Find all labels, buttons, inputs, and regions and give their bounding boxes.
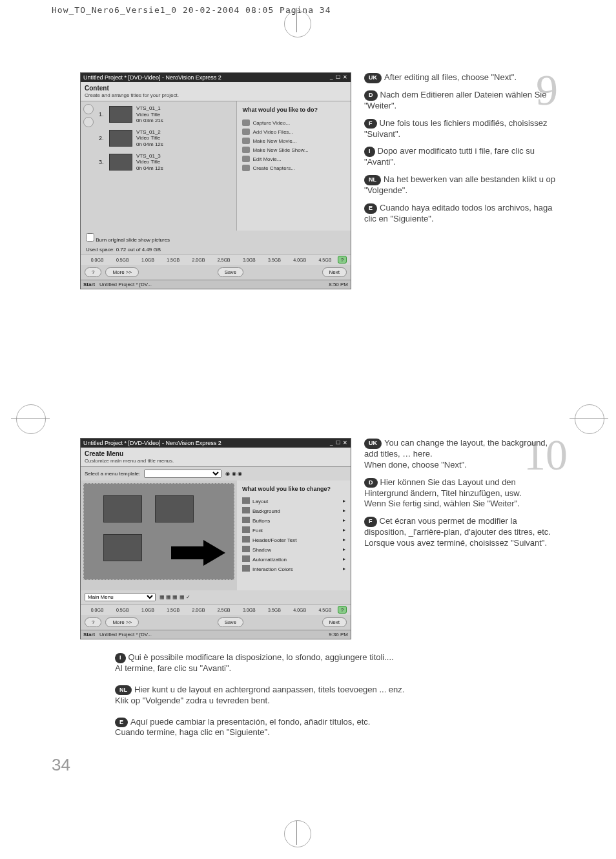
clip-row[interactable]: 2. VTS_01_2Video Title0h 04m 12s: [99, 129, 232, 148]
crop-mark-bottom: [284, 820, 310, 846]
step9-text-uk: After editing all files, choose "Next".: [384, 72, 517, 82]
burn-original-checkbox[interactable]: [86, 233, 94, 242]
clip-thumb: [109, 154, 132, 171]
help-icon[interactable]: ?: [338, 606, 347, 614]
change-options-pane: What would you like to change? Layout Ba…: [237, 481, 351, 590]
window-title: Untitled Project * [DVD-Video] - NeroVis…: [83, 74, 221, 81]
help-button[interactable]: ?: [85, 617, 101, 627]
menu-thumb: [155, 495, 194, 523]
option-shadow[interactable]: Shadow: [242, 544, 345, 554]
option-header-footer[interactable]: Header/Footer Text: [242, 535, 345, 544]
step9-text-e: Cuando haya editado todos los archivos, …: [364, 203, 552, 223]
arrow-annotation-head: [203, 540, 225, 566]
action-capture-video[interactable]: Capture Video...: [242, 118, 345, 127]
start-button[interactable]: Start: [83, 632, 95, 637]
window-titlebar: Untitled Project * [DVD-Video] - NeroVis…: [81, 73, 351, 82]
taskbar-app[interactable]: Untitled Project * [DV...: [99, 282, 152, 287]
lang-pill-f: F: [364, 119, 377, 129]
lang-pill-uk: UK: [364, 73, 382, 83]
next-button[interactable]: Next: [322, 267, 347, 277]
lang-pill-uk: UK: [364, 439, 382, 449]
clip-type: Video Title: [136, 159, 160, 165]
options-header: What would you like to change?: [242, 486, 345, 492]
menu-thumb: [103, 534, 142, 561]
actions-header: What would you like to do?: [242, 107, 345, 113]
clip-type: Video Title: [136, 112, 160, 118]
step10-text-e-a: Aquí puede cambiar la presentación, el f…: [130, 717, 370, 727]
window-controls[interactable]: _ ☐ ✕: [330, 74, 348, 81]
crop-mark-top: [284, 12, 310, 37]
start-button[interactable]: Start: [83, 282, 95, 287]
clip-name: VTS_01_2: [136, 129, 161, 135]
crop-mark-left: [16, 404, 45, 433]
actions-pane: What would you like to do? Capture Video…: [237, 101, 351, 231]
arrow-annotation: [171, 546, 207, 559]
clip-index: 3.: [99, 159, 105, 165]
action-edit-movie[interactable]: Edit Movie...: [242, 154, 345, 163]
clip-row[interactable]: 1. VTS_01_1Video Title0h 03m 21s: [99, 105, 232, 124]
clip-list-pane: 1. VTS_01_1Video Title0h 03m 21s 2. VTS_…: [81, 101, 237, 231]
panel-subheader: Create and arrange titles for your proje…: [85, 92, 179, 98]
more-button[interactable]: More >>: [105, 267, 139, 277]
taskbar-app[interactable]: Untitled Project * [DV...: [99, 632, 152, 637]
step10-text-uk-b: When done, choose "Next".: [364, 460, 467, 470]
used-space-label: Used space: 0.72 out of 4.49 GB: [81, 245, 351, 254]
clip-name: VTS_01_3: [136, 153, 161, 159]
window-controls[interactable]: _ ☐ ✕: [330, 440, 348, 446]
step10-text-i-a: Qui è possibile modificare la disposizio…: [128, 652, 394, 662]
action-make-slideshow[interactable]: Make New Slide Show...: [242, 145, 345, 154]
lang-pill-e: E: [364, 203, 377, 214]
screenshot-step-9: Untitled Project * [DVD-Video] - NeroVis…: [80, 72, 351, 289]
more-button[interactable]: More >>: [105, 617, 139, 627]
step10-text-nl-a: Hier kunt u de layout en achtergrond aan…: [134, 685, 404, 694]
capacity-ruler: 0.0GB0.5GB1.0GB1.5GB2.0GB2.5GB3.0GB3.5GB…: [81, 604, 351, 615]
nav-down-button[interactable]: [83, 117, 94, 127]
option-background[interactable]: Background: [242, 506, 345, 515]
option-font[interactable]: Font: [242, 525, 345, 535]
template-label: Select a menu template:: [85, 471, 140, 477]
main-menu-select[interactable]: Main Menu: [85, 593, 156, 601]
page-number: 34: [52, 755, 70, 775]
save-button[interactable]: Save: [218, 267, 243, 277]
step9-text-f: Une fois tous les fichiers modifiés, cho…: [364, 118, 548, 139]
taskbar: Start Untitled Project * [DV... 9:36 PM: [81, 630, 351, 639]
action-make-movie[interactable]: Make New Movie...: [242, 136, 345, 145]
lang-pill-e: E: [115, 718, 128, 728]
clip-row[interactable]: 3. VTS_01_3Video Title0h 04m 12s: [99, 153, 232, 172]
nav-up-button[interactable]: [83, 104, 94, 114]
option-layout[interactable]: Layout: [242, 496, 345, 506]
panel-header: Content: [85, 85, 109, 92]
lang-pill-d: D: [364, 90, 378, 101]
step10-text-f-b: Lorsque vous avez terminé, choisissez "S…: [364, 538, 547, 548]
help-icon[interactable]: ?: [338, 256, 347, 264]
step10-text-i-b: Al termine, fare clic su "Avanti".: [115, 663, 231, 673]
crop-mark-right: [575, 404, 603, 433]
step10-text-e-b: Cuando termine, haga clic en "Siguiente"…: [115, 727, 270, 737]
save-button[interactable]: Save: [218, 617, 243, 627]
step9-text-nl: Na het bewerken van alle bestanden klikt…: [364, 174, 555, 195]
clip-duration: 0h 04m 12s: [136, 141, 163, 147]
step9-text-d: Nach dem Editieren aller Dateien wählen …: [364, 90, 546, 110]
action-add-video[interactable]: Add Video Files...: [242, 127, 345, 136]
option-interaction-colors[interactable]: Interaction Colors: [242, 564, 345, 574]
window-title: Untitled Project * [DVD-Video] - NeroVis…: [83, 440, 221, 446]
taskbar: Start Untitled Project * [DV... 8:50 PM: [81, 280, 351, 289]
lang-pill-nl: NL: [364, 175, 381, 185]
help-button[interactable]: ?: [85, 267, 101, 277]
option-automatization[interactable]: Automatization: [242, 554, 345, 564]
option-buttons[interactable]: Buttons: [242, 515, 345, 525]
clip-thumb: [109, 130, 132, 147]
step10-text-d-a: Hier können Sie das Layout und den Hinte…: [364, 477, 522, 498]
template-select[interactable]: [144, 470, 221, 478]
menu-tool-icons[interactable]: ▦ ▦ ▦ ▦ ✓: [159, 594, 190, 600]
lang-pill-i: I: [364, 147, 375, 157]
lang-pill-nl: NL: [115, 685, 132, 696]
template-nav-icons[interactable]: ◉ ◉ ◉: [225, 471, 241, 477]
taskbar-clock: 8:50 PM: [329, 282, 348, 287]
next-button[interactable]: Next: [322, 617, 347, 627]
clip-duration: 0h 03m 21s: [136, 118, 163, 123]
checkbox-label: Burn original slide show pictures: [96, 237, 170, 243]
action-create-chapters[interactable]: Create Chapters...: [242, 163, 345, 172]
clip-duration: 0h 04m 12s: [136, 165, 163, 171]
clip-index: 1.: [99, 111, 105, 118]
